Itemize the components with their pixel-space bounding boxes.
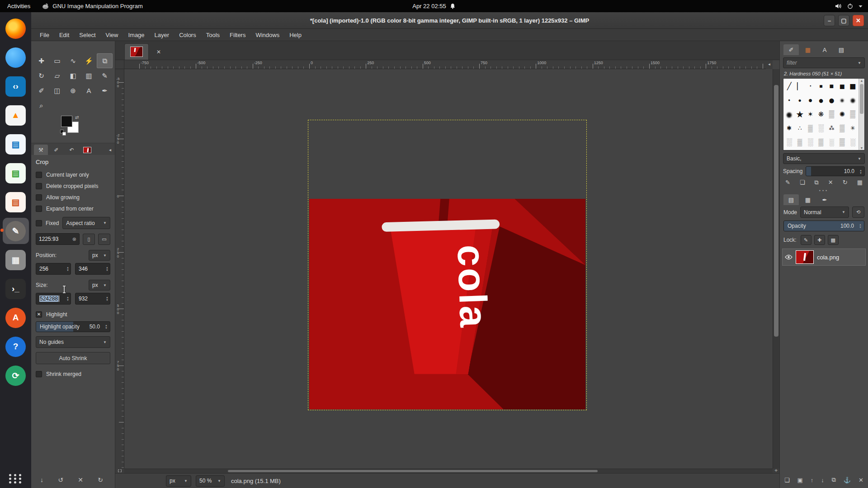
brush-item[interactable]: ░	[787, 138, 792, 146]
brush-item[interactable]: ▒	[840, 138, 845, 146]
app-vscode[interactable]: ‹›	[3, 73, 29, 99]
size-width-field[interactable]: 524288 ▲▼	[36, 293, 71, 305]
bucket-fill-tool[interactable]: ◧	[65, 68, 81, 83]
position-x-field[interactable]: 256 ▲▼	[36, 263, 71, 275]
menu-item[interactable]: Edit	[54, 29, 74, 41]
brush-item[interactable]: ▏	[797, 83, 802, 89]
title-bar[interactable]: *[cola] (imported)-1.0 (RGB color 8-bit …	[31, 12, 868, 29]
close-button[interactable]: ✕	[853, 15, 864, 26]
spinner-arrows-icon[interactable]: ▲▼	[104, 296, 108, 301]
swap-colors-icon[interactable]: ⇄	[75, 115, 79, 120]
delete-tool-preset-button[interactable]: ✕	[78, 476, 83, 483]
refresh-brushes-button[interactable]: ↻	[843, 179, 848, 186]
scale-tool[interactable]: ▱	[49, 68, 65, 83]
brush-category-dropdown[interactable]: Basic,▼	[783, 153, 865, 164]
app-help[interactable]: ?	[3, 333, 29, 360]
save-tool-preset-button[interactable]: ↓	[40, 476, 43, 483]
highlight-opacity-slider[interactable]: Highlight opacity 50.0 ▲▼	[36, 321, 110, 332]
undo-history-tab[interactable]: ↶	[65, 145, 79, 155]
app-gimp[interactable]: ✎	[3, 218, 29, 244]
app-messenger[interactable]	[3, 44, 29, 70]
color-area[interactable]: ⇄	[60, 115, 85, 139]
menu-item[interactable]: Layer	[150, 29, 175, 41]
brush-item[interactable]: ●	[786, 108, 793, 120]
app-lo-calc[interactable]: ▤	[3, 160, 29, 186]
minimize-button[interactable]: –	[824, 15, 835, 26]
brush-item[interactable]: ●	[798, 98, 802, 103]
brush-item[interactable]: ●	[850, 95, 856, 105]
patterns-tab[interactable]: ▦	[800, 44, 816, 55]
layer-visibility-eye-icon[interactable]	[785, 254, 793, 260]
canvas-menu-button[interactable]: ◄	[766, 60, 773, 69]
rotate-tool[interactable]: ↻	[33, 68, 49, 83]
spinner-arrows-icon[interactable]: ▲▼	[65, 296, 69, 301]
app-utility[interactable]: ⟳	[3, 362, 29, 389]
brush-item[interactable]: ▪	[810, 84, 811, 88]
ruler-corner[interactable]	[115, 60, 124, 69]
app-lo-impress[interactable]: ▤	[3, 189, 29, 215]
layer-row[interactable]: cola.png	[782, 249, 866, 266]
menu-item[interactable]: View	[101, 29, 123, 41]
aspect-ratio-input[interactable]: 1225:93 ⊗	[36, 233, 80, 245]
duplicate-layer-button[interactable]: ⧉	[832, 476, 836, 483]
brush-item[interactable]: ░	[808, 138, 813, 146]
app-lo-writer[interactable]: ▤	[3, 131, 29, 157]
brush-item[interactable]: ●	[808, 97, 813, 104]
rectangle-select-tool[interactable]: ▭	[49, 53, 65, 68]
lock-position-toggle[interactable]: ✚	[814, 235, 825, 245]
move-tool[interactable]: ✚	[33, 53, 49, 68]
brush-item[interactable]: ▒	[840, 125, 844, 132]
document-history-tab[interactable]: ▤	[834, 44, 849, 55]
brush-item[interactable]: ●	[818, 96, 824, 105]
spacing-slider[interactable]: 10.0 ▲▼	[806, 166, 865, 176]
brush-item[interactable]: ✱	[787, 125, 792, 131]
guides-dropdown[interactable]: No guides▼	[36, 336, 110, 348]
lock-alpha-toggle[interactable]: ▩	[828, 235, 839, 245]
clone-tool[interactable]: ⊕	[65, 83, 81, 98]
brush-item[interactable]: ▒	[850, 110, 855, 118]
scrollbar-thumb[interactable]	[228, 470, 597, 472]
paths-tab[interactable]: ✒	[817, 194, 832, 205]
landscape-orientation-button[interactable]: ▭	[98, 234, 110, 245]
brush-item[interactable]: ✳	[850, 125, 855, 131]
menu-item[interactable]: Select	[74, 29, 100, 41]
lock-pixels-toggle[interactable]: ✎	[801, 235, 811, 245]
brush-item[interactable]: ⁂	[829, 126, 834, 131]
eraser-tool[interactable]: ◫	[49, 83, 65, 98]
lower-layer-button[interactable]: ↓	[821, 477, 824, 483]
brush-item[interactable]: ▒	[829, 110, 834, 118]
brush-item[interactable]: ✺	[840, 111, 845, 117]
dock-splitter-handle[interactable]: •••	[780, 188, 868, 193]
brush-item[interactable]: ■	[849, 81, 856, 92]
canvas-viewport[interactable]: cola	[124, 69, 773, 469]
edit-brush-button[interactable]: ✎	[785, 179, 790, 186]
fonts-tab[interactable]: A	[817, 44, 832, 55]
layer-opacity-slider[interactable]: Opacity 100.0 ▲▼	[783, 221, 864, 231]
size-height-field[interactable]: 932 ▲▼	[75, 293, 110, 305]
highlight-checkbox[interactable]	[36, 311, 42, 318]
brush-item[interactable]: ╱	[787, 83, 792, 90]
brush-filter-input[interactable]: filter▼	[783, 57, 865, 68]
scrollbar-thumb[interactable]	[774, 85, 778, 337]
brush-item[interactable]: ▒	[808, 125, 813, 131]
clock-menu[interactable]: Apr 22 02:55	[412, 3, 455, 9]
layers-tab[interactable]: ▤	[783, 194, 799, 205]
portrait-orientation-button[interactable]: ▯	[83, 234, 95, 245]
paths-tool[interactable]: ✒	[97, 83, 113, 98]
open-brush-button[interactable]: ▦	[857, 179, 863, 186]
image-tab-cola[interactable]	[124, 43, 149, 60]
app-firefox[interactable]	[3, 15, 29, 42]
duplicate-brush-button[interactable]: ⧉	[815, 179, 819, 186]
spinner-arrows-icon[interactable]: ▲▼	[104, 266, 108, 272]
status-unit-dropdown[interactable]: px▼	[166, 475, 191, 487]
brush-item[interactable]: ●	[840, 97, 844, 104]
app-files[interactable]: ▦	[3, 247, 29, 273]
horizontal-ruler[interactable]: -750-500-25002505007501000125015001750	[124, 60, 773, 69]
dock-menu-button[interactable]: ◂	[107, 147, 113, 152]
device-status-tab[interactable]: ✐	[49, 145, 63, 155]
fixed-type-dropdown[interactable]: Aspect ratio▼	[62, 217, 110, 229]
cola-image[interactable]: cola	[309, 199, 585, 409]
image-thumbnail-tab[interactable]	[80, 145, 94, 155]
brush-item[interactable]: ▒	[797, 139, 802, 145]
checkbox[interactable]	[36, 172, 42, 178]
